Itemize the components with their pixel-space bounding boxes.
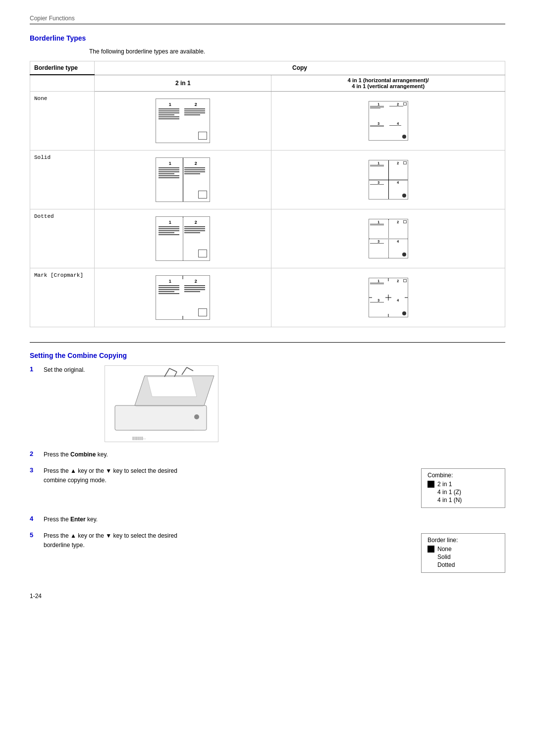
steps-container: 1 Set the original. bbox=[30, 365, 505, 573]
preview-dotted-2in1: 1 2 bbox=[95, 209, 271, 268]
step5-num: 5 bbox=[30, 531, 44, 539]
table-row-none: None 1 bbox=[30, 91, 505, 150]
preview-solid-2in1: 1 2 bbox=[95, 150, 271, 209]
step-1-row: 1 Set the original. bbox=[30, 365, 505, 442]
breadcrumb-text: Copier Functions bbox=[30, 15, 75, 22]
type-dotted: Dotted bbox=[30, 209, 95, 268]
step1-image: ||||||||||||... bbox=[105, 365, 218, 442]
scanner-svg: ||||||||||||... bbox=[105, 366, 218, 442]
border-indent-3 bbox=[428, 561, 434, 568]
page-footer: 1-24 bbox=[30, 593, 505, 600]
step4-num: 4 bbox=[30, 515, 44, 522]
step3-text: Press the ▲ key or the ▼ key to select t… bbox=[44, 466, 271, 485]
preview-none-4in1: 1 2 3 bbox=[271, 91, 505, 150]
step3-num: 3 bbox=[30, 466, 44, 474]
step5-text: Press the ▲ key or the ▼ key to select t… bbox=[44, 531, 271, 550]
table-row-solid: Solid 1 bbox=[30, 150, 505, 209]
combine-indent-3 bbox=[428, 497, 434, 504]
sub-header-4in1: 4 in 1 (horizontal arrangement)/4 in 1 (… bbox=[271, 75, 505, 91]
border-menu-title: Border line: bbox=[428, 537, 499, 544]
svg-line-4 bbox=[169, 368, 177, 372]
step1-num: 1 bbox=[30, 365, 44, 373]
section2-title: Setting the Combine Copying bbox=[30, 352, 505, 359]
preview-cropmark-2in1: 1 2 bbox=[95, 268, 271, 327]
combine-menu-title: Combine: bbox=[428, 472, 499, 479]
border-bullet-1 bbox=[428, 546, 434, 553]
sub-header-2in1: 2 in 1 bbox=[95, 75, 271, 91]
combine-bullet-1 bbox=[428, 481, 434, 488]
col-type-header: Borderline type bbox=[30, 61, 95, 75]
border-label-3: Dotted bbox=[437, 561, 455, 568]
svg-point-9 bbox=[194, 414, 199, 419]
step-3-row: 3 Press the ▲ key or the ▼ key to select… bbox=[30, 466, 505, 508]
section-borderline-types: Borderline Types The following borderlin… bbox=[30, 34, 505, 327]
border-indent-2 bbox=[428, 554, 434, 560]
empty-th bbox=[30, 75, 95, 91]
combine-option-2in1: 2 in 1 bbox=[428, 481, 499, 488]
step2-text: Press the Combine key. bbox=[44, 450, 281, 459]
preview-solid-4in1: 1 2 3 bbox=[271, 150, 505, 209]
combine-option-4inz: 4 in 1 (Z) bbox=[428, 489, 499, 496]
border-menu-box: Border line: None Solid Dotted bbox=[411, 531, 505, 573]
step1-text: Set the original. bbox=[44, 365, 85, 375]
type-none: None bbox=[30, 91, 95, 150]
preview-cropmark-4in1: 1 2 3 bbox=[271, 268, 505, 327]
table-row-dotted: Dotted 1 bbox=[30, 209, 505, 268]
svg-text:||||||||||||...: ||||||||||||... bbox=[132, 436, 146, 440]
combine-menu-box: Combine: 2 in 1 4 in 1 (Z) 4 in 1 (N) bbox=[411, 466, 505, 508]
page-number: 1-24 bbox=[30, 593, 42, 600]
border-option-solid: Solid bbox=[428, 554, 499, 560]
step-2-row: 2 Press the Combine key. bbox=[30, 450, 505, 459]
border-label-2: Solid bbox=[437, 554, 451, 560]
svg-line-6 bbox=[182, 367, 187, 375]
svg-marker-2 bbox=[147, 377, 197, 397]
step2-num: 2 bbox=[30, 450, 44, 457]
type-cropmark: Mark [Cropmark] bbox=[30, 268, 95, 327]
col-copy-header: Copy bbox=[95, 61, 505, 75]
combine-label-3: 4 in 1 (N) bbox=[437, 497, 462, 504]
section1-title: Borderline Types bbox=[30, 34, 505, 42]
combine-indent-2 bbox=[428, 489, 434, 496]
preview-none-2in1: 1 2 bbox=[95, 91, 271, 150]
step-5-row: 5 Press the ▲ key or the ▼ key to select… bbox=[30, 531, 505, 573]
border-label-1: None bbox=[437, 546, 452, 553]
svg-line-3 bbox=[164, 368, 169, 377]
breadcrumb: Copier Functions bbox=[30, 15, 505, 24]
preview-dotted-4in1: 1 2 3 bbox=[271, 209, 505, 268]
step-4-row: 4 Press the Enter key. bbox=[30, 515, 505, 524]
borderline-table: Borderline type Copy 2 in 1 4 in 1 (hori… bbox=[30, 61, 505, 327]
step4-text: Press the Enter key. bbox=[44, 515, 281, 524]
svg-rect-0 bbox=[115, 405, 207, 430]
combine-option-4inn: 4 in 1 (N) bbox=[428, 497, 499, 504]
combine-label-2: 4 in 1 (Z) bbox=[437, 489, 461, 496]
svg-line-7 bbox=[187, 367, 193, 371]
section-combine-copying: Setting the Combine Copying 1 Set the or… bbox=[30, 342, 505, 573]
border-option-none: None bbox=[428, 546, 499, 553]
combine-label-1: 2 in 1 bbox=[437, 481, 452, 488]
type-solid: Solid bbox=[30, 150, 95, 209]
table-row-cropmark: Mark [Cropmark] 1 bbox=[30, 268, 505, 327]
border-option-dotted: Dotted bbox=[428, 561, 499, 568]
section1-intro: The following borderline types are avail… bbox=[89, 48, 505, 55]
